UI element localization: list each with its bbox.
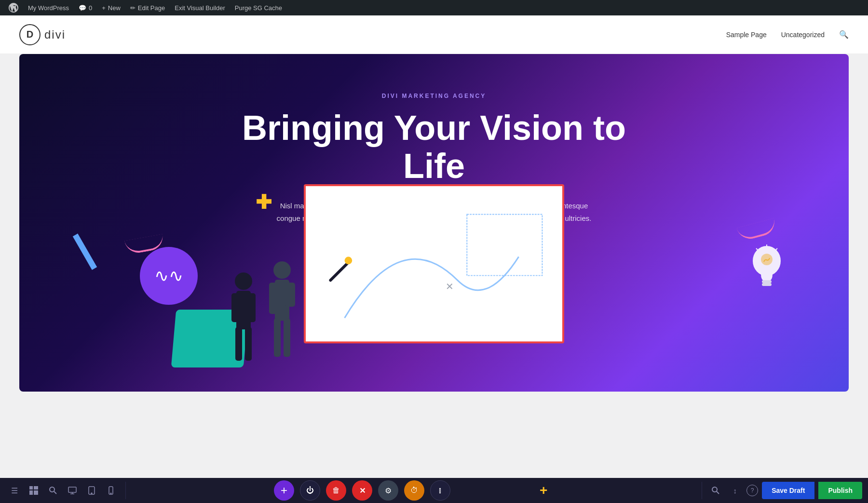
svg-point-36 xyxy=(712,487,717,492)
admin-bar-site-name[interactable]: My WordPress xyxy=(23,0,74,15)
admin-bar: My WordPress 💬 0 + New ✏ Edit Page Exit … xyxy=(0,0,868,15)
svg-rect-17 xyxy=(762,280,772,283)
svg-rect-29 xyxy=(68,487,76,492)
deco-gold-plus: ✚ xyxy=(256,191,272,213)
svg-rect-24 xyxy=(34,486,38,489)
divi-portability-icon[interactable]: ↕ xyxy=(727,483,743,498)
svg-text:✕: ✕ xyxy=(446,281,454,292)
admin-bar-edit-page[interactable]: ✏ Edit Page xyxy=(125,0,170,15)
trash-button[interactable]: 🗑 xyxy=(326,480,346,501)
whiteboard-bg: ✕ xyxy=(304,184,564,343)
publish-button[interactable]: Publish xyxy=(818,482,862,499)
nav-uncategorized[interactable]: Uncategorized xyxy=(781,31,825,39)
svg-rect-9 xyxy=(245,327,252,361)
deco-purple-bubble: ∿∿ xyxy=(140,247,198,305)
svg-point-2 xyxy=(345,257,353,264)
bubble-squiggle-icon: ∿∿ xyxy=(154,266,183,286)
svg-rect-14 xyxy=(274,318,281,357)
admin-bar-purge-cache[interactable]: Purge SG Cache xyxy=(230,0,287,15)
divi-toolbar-center: + ⏻ 🗑 ✕ ⚙ ⏱ ⫿ + xyxy=(126,480,702,501)
divi-search-icon[interactable] xyxy=(44,482,62,499)
settings-button[interactable]: ⚙ xyxy=(378,480,398,501)
add-row-gold-button[interactable]: + xyxy=(533,480,554,501)
admin-bar-new[interactable]: + New xyxy=(97,0,125,15)
svg-rect-15 xyxy=(284,318,290,357)
site-header: D divi Sample Page Uncategorized 🔍 xyxy=(0,15,868,54)
divi-mobile-icon[interactable] xyxy=(102,482,120,499)
save-draft-button[interactable]: Save Draft xyxy=(762,482,814,499)
divi-search-right-icon[interactable] xyxy=(708,483,723,498)
svg-point-27 xyxy=(50,487,54,492)
logo-text: divi xyxy=(44,28,66,41)
admin-bar-comments[interactable]: 💬 0 xyxy=(74,0,97,15)
svg-line-1 xyxy=(330,261,349,280)
logo-d-letter: D xyxy=(27,29,33,40)
svg-point-33 xyxy=(91,493,92,494)
hero-agency-label: DIVI MARKETING AGENCY xyxy=(382,93,487,99)
svg-rect-13 xyxy=(285,283,295,307)
svg-rect-7 xyxy=(246,293,256,322)
divi-help-icon[interactable]: ? xyxy=(746,485,758,496)
svg-line-37 xyxy=(717,491,719,494)
nav-search-button[interactable]: 🔍 xyxy=(839,30,849,40)
admin-bar-wp-logo[interactable] xyxy=(4,0,23,15)
admin-bar-exit-builder[interactable]: Exit Visual Builder xyxy=(170,0,230,15)
svg-rect-12 xyxy=(269,283,279,314)
deco-whiteboard: ✕ xyxy=(304,184,564,343)
divi-desktop-icon[interactable] xyxy=(64,482,81,499)
deco-pink-squiggle-right xyxy=(736,218,777,242)
deco-person-right xyxy=(265,259,299,367)
deco-blue-bar xyxy=(73,233,97,270)
logo-circle: D xyxy=(19,24,41,45)
close-section-button[interactable]: ✕ xyxy=(352,480,372,501)
divi-toolbar-left: ☰ xyxy=(0,482,126,499)
svg-rect-18 xyxy=(762,283,772,286)
svg-rect-8 xyxy=(235,327,242,361)
svg-rect-6 xyxy=(231,293,241,322)
divi-tablet-icon[interactable] xyxy=(83,482,100,499)
history-button[interactable]: ⏱ xyxy=(404,480,424,501)
columns-button[interactable]: ⫿ xyxy=(430,480,450,501)
svg-line-28 xyxy=(54,491,56,494)
divi-menu-icon[interactable]: ☰ xyxy=(6,482,23,499)
divi-layout-icon[interactable] xyxy=(25,482,42,499)
site-nav: Sample Page Uncategorized 🔍 xyxy=(726,30,849,40)
hero-title: Bringing Your Vision to Life xyxy=(241,109,627,185)
svg-rect-25 xyxy=(29,490,33,495)
svg-rect-23 xyxy=(29,486,33,489)
svg-rect-0 xyxy=(467,215,542,276)
nav-sample-page[interactable]: Sample Page xyxy=(726,31,767,39)
hero-section: DIVI MARKETING AGENCY Bringing Your Visi… xyxy=(19,54,849,392)
power-button[interactable]: ⏻ xyxy=(300,480,320,501)
site-logo[interactable]: D divi xyxy=(19,24,66,45)
svg-point-4 xyxy=(235,272,252,290)
add-section-button[interactable]: + xyxy=(274,480,294,501)
svg-rect-26 xyxy=(34,490,38,495)
svg-point-10 xyxy=(273,261,291,279)
deco-person-left xyxy=(227,269,260,367)
divi-toolbar-right: ↕ ? Save Draft Publish xyxy=(702,482,868,499)
svg-point-35 xyxy=(110,493,111,494)
divi-toolbar: ☰ xyxy=(0,478,868,503)
deco-lightbulb xyxy=(747,243,786,305)
